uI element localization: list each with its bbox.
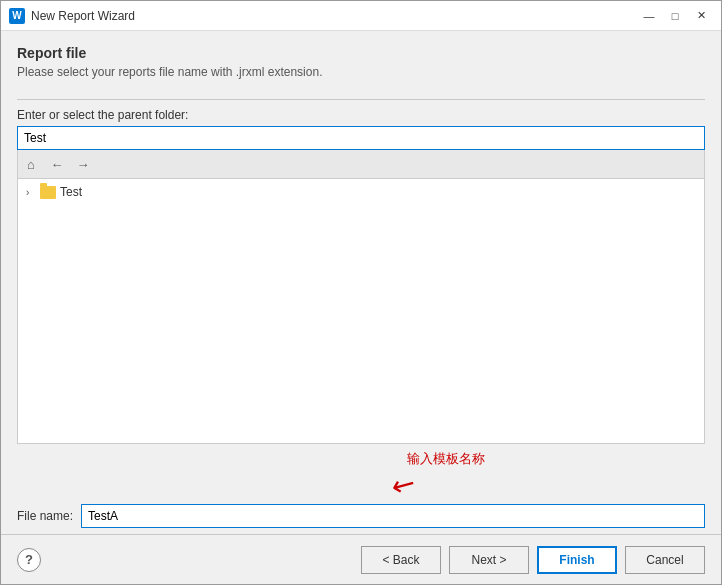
bottom-bar: ? < Back Next > Finish Cancel	[1, 534, 721, 584]
annotation-area: 输入模板名称 ↙	[17, 448, 705, 498]
header-divider	[17, 99, 705, 100]
file-name-input[interactable]	[81, 504, 705, 528]
wizard-content: Report file Please select your reports f…	[1, 31, 721, 534]
title-bar: W New Report Wizard — □ ✕	[1, 1, 721, 31]
help-button[interactable]: ?	[17, 548, 41, 572]
tree-item-label: Test	[60, 185, 82, 199]
file-name-row: File name:	[17, 498, 705, 534]
window-title: New Report Wizard	[31, 9, 631, 23]
close-button[interactable]: ✕	[689, 6, 713, 26]
back-button[interactable]: ←	[46, 154, 68, 174]
window-controls: — □ ✕	[637, 6, 713, 26]
back-button[interactable]: < Back	[361, 546, 441, 574]
minimize-button[interactable]: —	[637, 6, 661, 26]
finish-button[interactable]: Finish	[537, 546, 617, 574]
chevron-icon: ›	[26, 187, 36, 198]
annotation-text: 输入模板名称	[407, 450, 485, 468]
forward-button[interactable]: →	[72, 154, 94, 174]
maximize-button[interactable]: □	[663, 6, 687, 26]
navigation-toolbar: ⌂ ← →	[17, 150, 705, 179]
page-description: Please select your reports file name wit…	[17, 65, 705, 79]
file-tree: › Test	[17, 179, 705, 444]
tree-item-test[interactable]: › Test	[22, 183, 700, 201]
folder-input[interactable]	[17, 126, 705, 150]
folder-label: Enter or select the parent folder:	[17, 108, 705, 122]
app-icon: W	[9, 8, 25, 24]
folder-icon	[40, 186, 56, 199]
home-button[interactable]: ⌂	[20, 154, 42, 174]
page-title: Report file	[17, 45, 705, 61]
file-name-label: File name:	[17, 509, 73, 523]
next-button[interactable]: Next >	[449, 546, 529, 574]
action-buttons: < Back Next > Finish Cancel	[361, 546, 705, 574]
wizard-window: W New Report Wizard — □ ✕ Report file Pl…	[0, 0, 722, 585]
cancel-button[interactable]: Cancel	[625, 546, 705, 574]
